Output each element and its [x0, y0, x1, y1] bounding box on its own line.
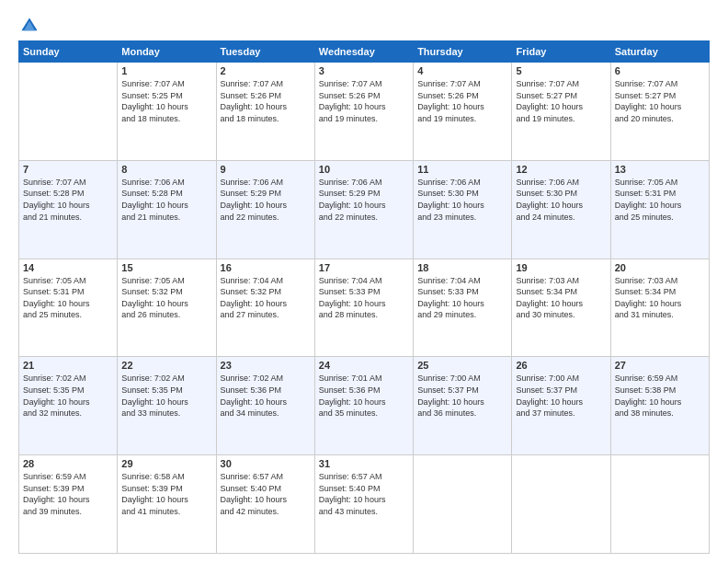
calendar-week-row: 1Sunrise: 7:07 AMSunset: 5:25 PMDaylight…: [19, 63, 710, 161]
logo-icon: [18, 15, 40, 37]
day-number: 7: [23, 164, 113, 175]
calendar-cell: 21Sunrise: 7:02 AMSunset: 5:35 PMDayligh…: [19, 357, 118, 455]
calendar-cell: 26Sunrise: 7:00 AMSunset: 5:37 PMDayligh…: [512, 357, 610, 455]
day-info: Sunrise: 7:00 AMSunset: 5:37 PMDaylight:…: [417, 373, 507, 419]
day-number: 16: [221, 262, 311, 273]
calendar-cell: 28Sunrise: 6:59 AMSunset: 5:39 PMDayligh…: [19, 455, 118, 554]
calendar-cell: 7Sunrise: 7:07 AMSunset: 5:28 PMDaylight…: [19, 160, 118, 259]
day-number: 18: [417, 262, 507, 273]
header: [18, 15, 710, 37]
calendar-cell: 19Sunrise: 7:03 AMSunset: 5:34 PMDayligh…: [512, 259, 610, 357]
day-number: 30: [221, 458, 311, 469]
day-info: Sunrise: 6:59 AMSunset: 5:39 PMDaylight:…: [23, 471, 113, 517]
calendar-week-row: 28Sunrise: 6:59 AMSunset: 5:39 PMDayligh…: [19, 455, 710, 554]
day-info: Sunrise: 7:04 AMSunset: 5:33 PMDaylight:…: [319, 275, 409, 321]
calendar-cell: 3Sunrise: 7:07 AMSunset: 5:26 PMDaylight…: [314, 63, 413, 161]
day-info: Sunrise: 7:06 AMSunset: 5:30 PMDaylight:…: [417, 177, 507, 223]
weekday-header: Thursday: [414, 41, 512, 63]
day-number: 29: [121, 458, 211, 469]
calendar-cell: 4Sunrise: 7:07 AMSunset: 5:26 PMDaylight…: [414, 63, 512, 161]
day-info: Sunrise: 7:07 AMSunset: 5:27 PMDaylight:…: [615, 78, 705, 124]
calendar-cell: 14Sunrise: 7:05 AMSunset: 5:31 PMDayligh…: [19, 259, 118, 357]
day-number: 11: [417, 164, 507, 175]
weekday-header: Monday: [118, 41, 216, 63]
calendar-cell: 27Sunrise: 6:59 AMSunset: 5:38 PMDayligh…: [610, 357, 709, 455]
calendar-cell: 8Sunrise: 7:06 AMSunset: 5:28 PMDaylight…: [118, 160, 216, 259]
calendar-cell: 29Sunrise: 6:58 AMSunset: 5:39 PMDayligh…: [118, 455, 216, 554]
calendar-cell: 17Sunrise: 7:04 AMSunset: 5:33 PMDayligh…: [314, 259, 413, 357]
calendar-week-row: 14Sunrise: 7:05 AMSunset: 5:31 PMDayligh…: [19, 259, 710, 357]
day-number: 5: [516, 65, 606, 76]
day-info: Sunrise: 7:05 AMSunset: 5:31 PMDaylight:…: [615, 177, 705, 223]
day-info: Sunrise: 7:05 AMSunset: 5:32 PMDaylight:…: [121, 275, 211, 321]
day-number: 19: [516, 262, 606, 273]
day-number: 25: [417, 360, 507, 371]
calendar-header-row: SundayMondayTuesdayWednesdayThursdayFrid…: [19, 41, 710, 63]
calendar-cell: 31Sunrise: 6:57 AMSunset: 5:40 PMDayligh…: [314, 455, 413, 554]
day-number: 31: [319, 458, 409, 469]
day-info: Sunrise: 7:03 AMSunset: 5:34 PMDaylight:…: [615, 275, 705, 321]
day-number: 6: [615, 65, 705, 76]
calendar-cell: 18Sunrise: 7:04 AMSunset: 5:33 PMDayligh…: [414, 259, 512, 357]
calendar-week-row: 21Sunrise: 7:02 AMSunset: 5:35 PMDayligh…: [19, 357, 710, 455]
day-info: Sunrise: 7:02 AMSunset: 5:36 PMDaylight:…: [221, 373, 311, 419]
calendar-cell: 23Sunrise: 7:02 AMSunset: 5:36 PMDayligh…: [216, 357, 314, 455]
day-number: 14: [23, 262, 113, 273]
day-info: Sunrise: 7:07 AMSunset: 5:27 PMDaylight:…: [516, 78, 606, 124]
day-info: Sunrise: 7:05 AMSunset: 5:31 PMDaylight:…: [23, 275, 113, 321]
day-number: 1: [121, 65, 211, 76]
calendar-cell: 6Sunrise: 7:07 AMSunset: 5:27 PMDaylight…: [610, 63, 709, 161]
day-number: 4: [417, 65, 507, 76]
day-info: Sunrise: 6:58 AMSunset: 5:39 PMDaylight:…: [121, 471, 211, 517]
weekday-header: Wednesday: [314, 41, 413, 63]
calendar-cell: 1Sunrise: 7:07 AMSunset: 5:25 PMDaylight…: [118, 63, 216, 161]
day-number: 2: [221, 65, 311, 76]
weekday-header: Saturday: [610, 41, 709, 63]
day-info: Sunrise: 7:03 AMSunset: 5:34 PMDaylight:…: [516, 275, 606, 321]
day-info: Sunrise: 7:06 AMSunset: 5:29 PMDaylight:…: [319, 177, 409, 223]
day-number: 26: [516, 360, 606, 371]
day-number: 23: [221, 360, 311, 371]
day-number: 22: [121, 360, 211, 371]
calendar-cell: 15Sunrise: 7:05 AMSunset: 5:32 PMDayligh…: [118, 259, 216, 357]
day-number: 21: [23, 360, 113, 371]
day-info: Sunrise: 7:06 AMSunset: 5:30 PMDaylight:…: [516, 177, 606, 223]
day-info: Sunrise: 7:06 AMSunset: 5:28 PMDaylight:…: [121, 177, 211, 223]
calendar-cell: 13Sunrise: 7:05 AMSunset: 5:31 PMDayligh…: [610, 160, 709, 259]
day-info: Sunrise: 7:00 AMSunset: 5:37 PMDaylight:…: [516, 373, 606, 419]
calendar-cell: 9Sunrise: 7:06 AMSunset: 5:29 PMDaylight…: [216, 160, 314, 259]
day-number: 10: [319, 164, 409, 175]
calendar-week-row: 7Sunrise: 7:07 AMSunset: 5:28 PMDaylight…: [19, 160, 710, 259]
day-info: Sunrise: 7:07 AMSunset: 5:28 PMDaylight:…: [23, 177, 113, 223]
page: SundayMondayTuesdayWednesdayThursdayFrid…: [0, 0, 728, 563]
logo: [18, 15, 44, 37]
day-info: Sunrise: 7:07 AMSunset: 5:26 PMDaylight:…: [221, 78, 311, 124]
day-number: 9: [221, 164, 311, 175]
day-number: 17: [319, 262, 409, 273]
day-info: Sunrise: 7:04 AMSunset: 5:33 PMDaylight:…: [417, 275, 507, 321]
calendar-cell: 22Sunrise: 7:02 AMSunset: 5:35 PMDayligh…: [118, 357, 216, 455]
day-number: 28: [23, 458, 113, 469]
day-info: Sunrise: 7:06 AMSunset: 5:29 PMDaylight:…: [221, 177, 311, 223]
calendar-cell: 11Sunrise: 7:06 AMSunset: 5:30 PMDayligh…: [414, 160, 512, 259]
calendar-cell: 20Sunrise: 7:03 AMSunset: 5:34 PMDayligh…: [610, 259, 709, 357]
day-info: Sunrise: 7:04 AMSunset: 5:32 PMDaylight:…: [221, 275, 311, 321]
day-number: 3: [319, 65, 409, 76]
calendar-cell: [512, 455, 610, 554]
day-info: Sunrise: 7:01 AMSunset: 5:36 PMDaylight:…: [319, 373, 409, 419]
calendar-table: SundayMondayTuesdayWednesdayThursdayFrid…: [18, 40, 710, 554]
day-info: Sunrise: 6:59 AMSunset: 5:38 PMDaylight:…: [615, 373, 705, 419]
weekday-header: Tuesday: [216, 41, 314, 63]
calendar-cell: 10Sunrise: 7:06 AMSunset: 5:29 PMDayligh…: [314, 160, 413, 259]
calendar-cell: 5Sunrise: 7:07 AMSunset: 5:27 PMDaylight…: [512, 63, 610, 161]
day-info: Sunrise: 7:07 AMSunset: 5:26 PMDaylight:…: [319, 78, 409, 124]
day-number: 24: [319, 360, 409, 371]
day-number: 8: [121, 164, 211, 175]
day-info: Sunrise: 6:57 AMSunset: 5:40 PMDaylight:…: [319, 471, 409, 517]
calendar-cell: 16Sunrise: 7:04 AMSunset: 5:32 PMDayligh…: [216, 259, 314, 357]
day-number: 13: [615, 164, 705, 175]
calendar-cell: [19, 63, 118, 161]
calendar-cell: 24Sunrise: 7:01 AMSunset: 5:36 PMDayligh…: [314, 357, 413, 455]
weekday-header: Sunday: [19, 41, 118, 63]
calendar-cell: 30Sunrise: 6:57 AMSunset: 5:40 PMDayligh…: [216, 455, 314, 554]
